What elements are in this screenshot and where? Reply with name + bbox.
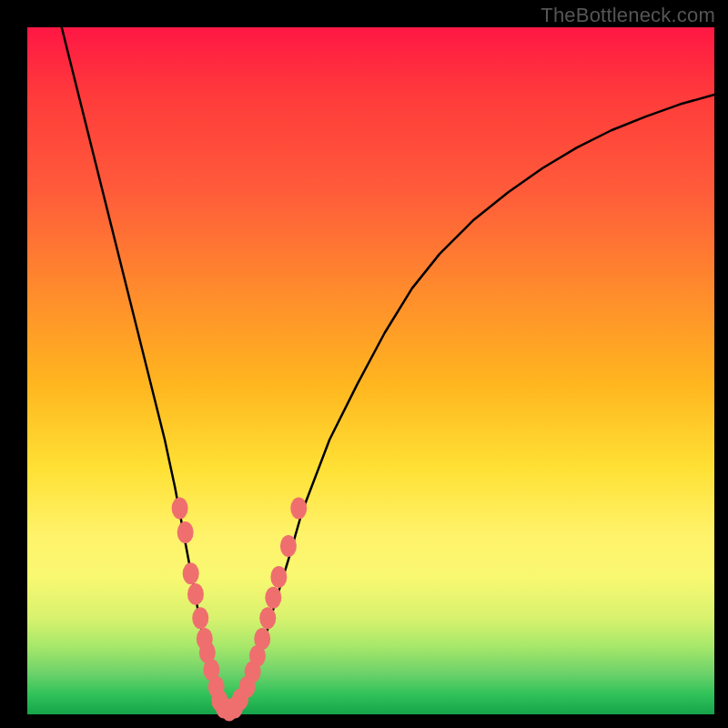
watermark-text: TheBottleneck.com — [541, 4, 715, 27]
marker-dot — [259, 607, 276, 629]
marker-dot — [177, 521, 194, 543]
marker-dot — [187, 583, 204, 605]
marker-dot — [192, 607, 208, 629]
highlight-markers — [172, 498, 308, 722]
marker-dot — [254, 628, 270, 650]
curve-layer — [27, 27, 714, 714]
marker-dot — [290, 498, 307, 520]
plot-area — [27, 27, 714, 714]
marker-dot — [280, 535, 297, 557]
bottleneck-curve — [62, 27, 714, 714]
marker-dot — [172, 498, 188, 520]
marker-dot — [270, 566, 287, 588]
marker-dot — [265, 587, 281, 609]
marker-dot — [183, 562, 199, 584]
chart-frame: TheBottleneck.com — [0, 0, 728, 728]
